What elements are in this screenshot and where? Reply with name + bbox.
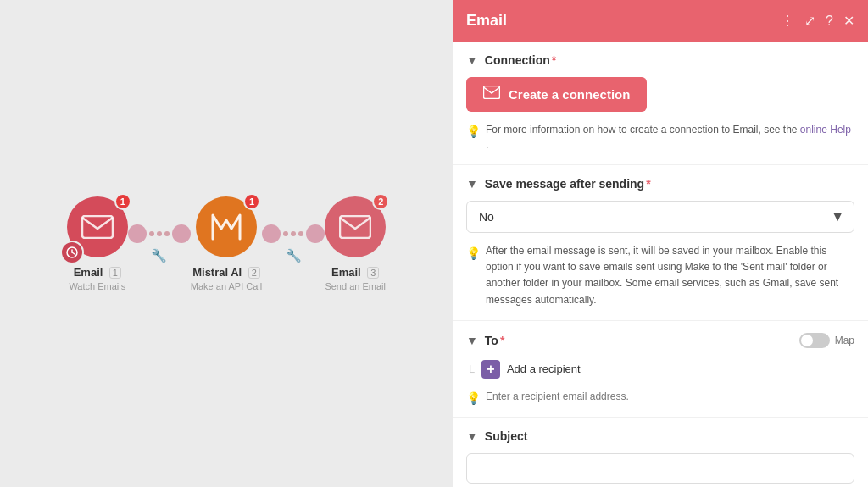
node-sub-mistral: Make an API Call — [191, 281, 262, 291]
node-email-3[interactable]: 2 Email 3 Send an Email — [325, 196, 386, 291]
workflow-diagram: 1 Email 1 — [67, 196, 386, 291]
node-sub-email-1: Watch Emails — [69, 281, 125, 291]
node-circle-email-1[interactable]: 1 — [67, 196, 128, 257]
subject-chevron[interactable]: ▼ — [466, 429, 478, 443]
panel-title: Email — [466, 12, 507, 30]
help-bulb-icon: 💡 — [466, 123, 481, 152]
node-mistral[interactable]: 1 Mistral AI 2 Make an API Call — [191, 196, 262, 291]
workflow-canvas: 1 Email 1 — [0, 0, 453, 487]
add-recipient-button[interactable]: + Add a recipient — [481, 357, 581, 382]
save-message-bulb-icon: 💡 — [466, 244, 481, 308]
save-message-dropdown-wrapper: No Yes ▼ — [466, 201, 854, 233]
dot-2b — [291, 231, 296, 236]
add-recipient-label: Add a recipient — [507, 362, 581, 375]
node-circle-email-3[interactable]: 2 — [325, 196, 386, 257]
node-name-email-1: Email — [74, 266, 103, 279]
connection-btn-icon — [483, 86, 500, 103]
wrench-icon-1: 🔧 — [151, 248, 167, 263]
to-content: └ + Add a recipient 💡 Enter a recipient … — [466, 357, 854, 405]
recipient-bulb-icon: 💡 — [466, 391, 481, 405]
to-section-header: ▼ To* Map — [466, 333, 854, 348]
indent-line-icon: └ — [466, 365, 475, 379]
side-panel: Email ⋮ ⤢ ? ✕ ▼ Connection* — [453, 0, 868, 487]
node-email-1[interactable]: 1 Email 1 — [67, 196, 128, 291]
arrow-dots-1 — [128, 224, 191, 243]
clock-sub-icon — [60, 241, 84, 264]
save-message-required: * — [646, 177, 650, 191]
panel-body: ▼ Connection* Create a connection 💡 For … — [453, 42, 868, 487]
badge-email-3: 2 — [372, 193, 389, 210]
dot-2c — [298, 231, 303, 236]
subject-input[interactable] — [466, 453, 854, 484]
panel-controls: ⋮ ⤢ ? ✕ — [781, 13, 854, 29]
node-label-email-3: Email 3 Send an Email — [325, 264, 386, 291]
connection-help-text: 💡 For more information on how to create … — [466, 122, 854, 152]
node-name-email-3: Email — [331, 266, 361, 279]
node-num-mistral: 2 — [248, 267, 260, 279]
save-message-chevron[interactable]: ▼ — [466, 177, 478, 191]
dot-2a — [283, 231, 288, 236]
email-icon-3 — [339, 215, 371, 239]
save-message-select[interactable]: No Yes — [466, 201, 854, 233]
arrow-cap-right-2 — [306, 224, 325, 243]
expand-icon[interactable]: ⤢ — [804, 13, 815, 29]
subject-section: ▼ Subject — [453, 418, 868, 487]
close-icon[interactable]: ✕ — [843, 13, 854, 29]
svg-rect-5 — [484, 86, 500, 99]
arrow-cap-left-1 — [128, 224, 147, 243]
node-label-mistral: Mistral AI 2 Make an API Call — [191, 264, 262, 291]
svg-rect-4 — [340, 216, 370, 238]
recipient-hint-text: Enter a recipient email address. — [486, 390, 629, 405]
to-title: To* — [485, 334, 505, 347]
connection-title: Connection* — [485, 53, 556, 67]
save-message-header: ▼ Save message after sending* — [466, 177, 854, 191]
panel-header: Email ⋮ ⤢ ? ✕ — [453, 0, 868, 42]
more-icon[interactable]: ⋮ — [781, 13, 794, 29]
subject-title: Subject — [485, 429, 528, 443]
map-toggle: Map — [799, 333, 854, 348]
svg-rect-0 — [82, 216, 113, 238]
node-name-mistral: Mistral AI — [192, 266, 242, 279]
wrench-icon-2: 🔧 — [286, 248, 302, 263]
help-icon[interactable]: ? — [826, 14, 833, 29]
to-section-left: ▼ To* — [466, 334, 504, 347]
connection-section: ▼ Connection* Create a connection 💡 For … — [453, 42, 868, 165]
dot-1a — [149, 231, 154, 236]
node-num-email-3: 3 — [367, 267, 379, 279]
connection-section-header: ▼ Connection* — [466, 53, 854, 67]
arrow-cap-left-2 — [262, 224, 281, 243]
mistral-icon — [209, 212, 243, 242]
connection-required: * — [552, 53, 556, 67]
map-toggle-switch[interactable] — [799, 333, 830, 348]
to-required: * — [500, 334, 504, 347]
email-icon-1 — [81, 215, 114, 239]
node-label-email-1: Email 1 Watch Emails — [69, 264, 125, 291]
indent-row: └ + Add a recipient — [466, 357, 854, 387]
connector-1: 🔧 — [128, 224, 191, 263]
badge-email-1: 1 — [114, 193, 131, 210]
node-sub-email-3: Send an Email — [325, 281, 386, 291]
dot-1b — [157, 231, 162, 236]
svg-line-3 — [72, 252, 75, 254]
create-connection-button[interactable]: Create a connection — [466, 77, 647, 112]
save-message-section: ▼ Save message after sending* No Yes ▼ 💡… — [453, 165, 868, 321]
node-num-email-1: 1 — [109, 267, 121, 279]
map-label: Map — [835, 335, 854, 346]
add-recipient-icon: + — [481, 360, 500, 379]
help-text-content: For more information on how to create a … — [486, 122, 854, 152]
badge-mistral: 1 — [243, 193, 260, 210]
subject-section-header: ▼ Subject — [466, 429, 854, 443]
save-message-info-text: After the email message is sent, it will… — [486, 243, 854, 308]
recipient-hint: 💡 Enter a recipient email address. — [466, 390, 854, 405]
connector-2: 🔧 — [262, 224, 325, 263]
save-message-info: 💡 After the email message is sent, it wi… — [466, 243, 854, 308]
save-message-title: Save message after sending* — [485, 177, 651, 191]
create-connection-label: Create a connection — [509, 87, 630, 102]
dot-1c — [164, 231, 170, 236]
node-circle-mistral[interactable]: 1 — [196, 196, 257, 257]
arrow-dots-2 — [262, 224, 325, 243]
to-section: ▼ To* Map └ + Add a recipient — [453, 321, 868, 418]
online-help-link[interactable]: online Help — [800, 124, 851, 136]
to-chevron[interactable]: ▼ — [466, 334, 478, 347]
connection-chevron[interactable]: ▼ — [466, 53, 478, 67]
